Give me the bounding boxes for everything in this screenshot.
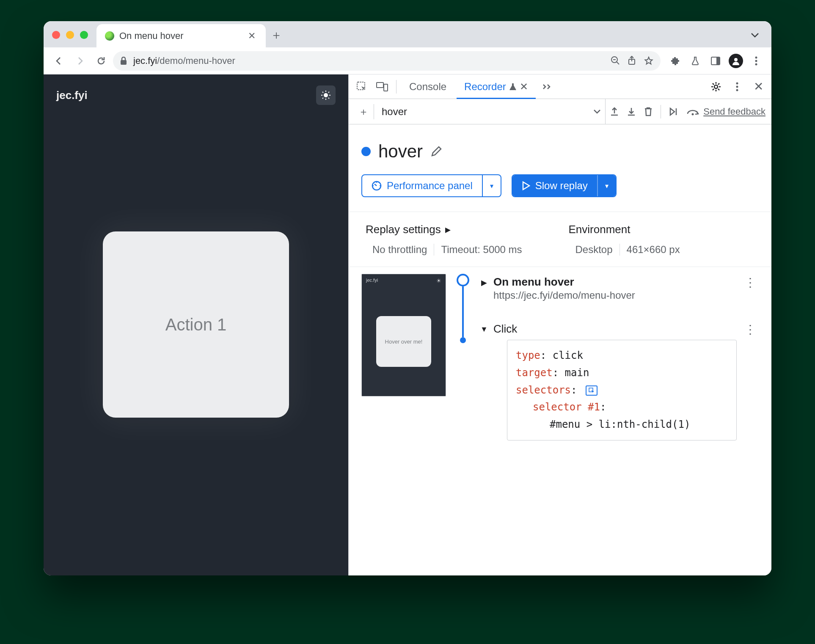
recording-select-value: hover — [382, 106, 407, 118]
demo-card-label: Action 1 — [165, 315, 227, 334]
step-over-icon[interactable] — [686, 107, 699, 116]
step-navigate[interactable]: ▶ On menu hover https://jec.fyi/demo/men… — [480, 274, 759, 303]
zoom-icon[interactable] — [611, 56, 620, 66]
chevron-right-icon: ▸ — [445, 223, 451, 236]
svg-line-18 — [322, 98, 323, 99]
forward-button[interactable] — [71, 52, 89, 70]
select-element-icon[interactable] — [586, 385, 597, 396]
devtools-close-icon[interactable]: ✕ — [749, 78, 767, 96]
device-toggle-icon[interactable] — [373, 78, 391, 96]
timeout-value: Timeout: 5000 ms — [434, 244, 529, 256]
reload-button[interactable] — [92, 52, 110, 70]
sidepanel-icon[interactable] — [706, 52, 725, 70]
window-controls — [52, 31, 88, 39]
svg-rect-0 — [121, 60, 127, 65]
tab-console[interactable]: Console — [402, 74, 454, 99]
lock-icon — [120, 57, 127, 65]
svg-line-16 — [322, 92, 323, 93]
svg-point-23 — [714, 85, 718, 88]
step-menu-icon[interactable]: ⋮ — [742, 275, 759, 289]
svg-point-26 — [736, 89, 738, 91]
bookmark-icon[interactable] — [644, 56, 654, 66]
browser-menu-icon[interactable] — [747, 52, 765, 70]
extensions-icon[interactable] — [666, 52, 684, 70]
svg-line-19 — [328, 92, 329, 93]
browser-tab[interactable]: On menu hover ✕ — [96, 24, 266, 47]
performance-panel-dropdown-icon[interactable]: ▾ — [482, 175, 501, 196]
svg-point-24 — [736, 82, 738, 84]
step-click[interactable]: ▼ Click type: click target: main selecto… — [480, 321, 759, 442]
step-details: type: click target: main selectors: sele… — [507, 340, 737, 440]
svg-rect-6 — [716, 57, 720, 65]
new-recording-button[interactable]: ＋ — [359, 104, 374, 119]
svg-line-2 — [617, 62, 619, 64]
step-menu-icon[interactable]: ⋮ — [742, 322, 759, 336]
recording-title: hover — [378, 141, 423, 162]
timeline — [454, 274, 471, 442]
replay-button[interactable]: Slow replay ▾ — [512, 174, 617, 197]
play-icon — [522, 181, 530, 190]
send-feedback-link[interactable]: Send feedback — [703, 106, 765, 117]
browser-toolbar: jec.fyi/demo/menu-hover — [44, 47, 771, 74]
replay-dropdown-icon[interactable]: ▾ — [597, 175, 616, 196]
recording-select-chevron-icon[interactable] — [593, 109, 601, 114]
devtools-tabbar: Console Recorder ✕ ✕ — [349, 74, 771, 99]
minimize-window-button[interactable] — [66, 31, 74, 39]
step-thumbnail[interactable]: jec.fyi ☀ Hover over me! — [361, 274, 446, 396]
expand-icon[interactable]: ▼ — [480, 325, 488, 334]
svg-rect-21 — [377, 83, 383, 88]
svg-point-9 — [755, 60, 757, 62]
page-viewport: jec.fyi Action 1 — [44, 74, 348, 575]
tab-title: On menu hover — [119, 30, 184, 41]
close-window-button[interactable] — [52, 31, 60, 39]
recording-status-dot — [361, 147, 371, 156]
svg-point-28 — [692, 113, 694, 115]
tab-strip: On menu hover ✕ ＋ — [44, 21, 771, 47]
inspect-icon[interactable] — [353, 78, 371, 96]
svg-point-25 — [736, 85, 738, 88]
timeline-step-marker — [460, 337, 466, 343]
collapse-icon[interactable]: ▶ — [480, 278, 488, 287]
url-text: jec.fyi/demo/menu-hover — [133, 55, 235, 66]
performance-panel-button[interactable]: Performance panel ▾ — [361, 174, 501, 197]
settings-icon[interactable] — [707, 78, 725, 96]
tab-overflow-button[interactable] — [744, 25, 765, 46]
tab-close-icon[interactable]: ✕ — [520, 81, 528, 93]
timeline-start-marker — [457, 274, 469, 286]
devtools-panel: Console Recorder ✕ ✕ ＋ hover — [348, 74, 771, 575]
site-brand[interactable]: jec.fyi — [56, 89, 88, 102]
environment-header: Environment — [569, 223, 755, 236]
env-size: 461×660 px — [620, 244, 687, 256]
sun-icon — [321, 90, 331, 100]
svg-line-17 — [328, 98, 329, 99]
new-tab-button[interactable]: ＋ — [266, 25, 287, 46]
devtools-menu-icon[interactable] — [728, 78, 746, 96]
tab-recorder[interactable]: Recorder ✕ — [457, 74, 536, 99]
labs-icon[interactable] — [686, 52, 705, 70]
tab-close-icon[interactable]: ✕ — [245, 29, 258, 43]
recorder-toolbar: ＋ hover Send feedback — [349, 99, 771, 124]
throttling-value: No throttling — [366, 244, 434, 256]
svg-rect-22 — [384, 84, 388, 91]
demo-card[interactable]: Action 1 — [103, 231, 289, 418]
maximize-window-button[interactable] — [80, 31, 88, 39]
delete-icon[interactable] — [644, 107, 653, 117]
flask-icon — [509, 83, 516, 91]
import-icon[interactable] — [627, 107, 636, 117]
export-icon[interactable] — [610, 107, 619, 117]
theme-toggle-button[interactable] — [316, 85, 336, 105]
browser-window: On menu hover ✕ ＋ jec.fyi/demo/menu-hove… — [44, 21, 771, 575]
env-device: Desktop — [569, 244, 620, 256]
edit-title-icon[interactable] — [430, 146, 442, 157]
back-button[interactable] — [50, 52, 68, 70]
more-tabs-icon[interactable] — [538, 78, 556, 96]
step-play-icon[interactable] — [669, 107, 679, 117]
replay-settings-header[interactable]: Replay settings ▸ — [366, 223, 552, 236]
profile-avatar[interactable] — [727, 52, 745, 70]
address-bar[interactable]: jec.fyi/demo/menu-hover — [113, 51, 661, 71]
share-icon[interactable] — [628, 56, 636, 66]
svg-point-11 — [324, 93, 328, 97]
svg-point-10 — [755, 63, 757, 65]
gauge-icon — [372, 181, 382, 191]
svg-point-7 — [734, 58, 738, 61]
